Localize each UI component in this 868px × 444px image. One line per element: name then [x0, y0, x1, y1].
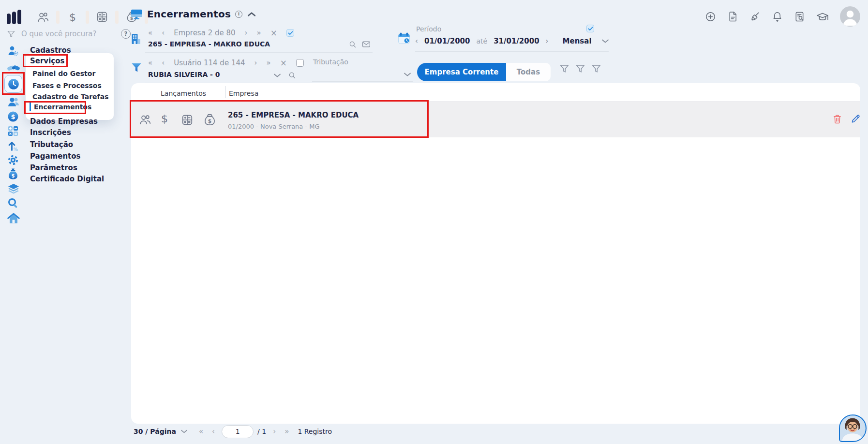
- column-divider: [225, 86, 226, 98]
- edit-icon[interactable]: [851, 114, 861, 124]
- handshake-icon[interactable]: [7, 62, 20, 73]
- company-position-label: Empresa 2 de 80: [174, 29, 235, 37]
- search-user-icon[interactable]: [288, 72, 296, 79]
- first-company-button[interactable]: «: [148, 29, 152, 37]
- row-company-title[interactable]: 265 - EMPRESA - MAKRO EDUCA: [228, 111, 359, 119]
- company-nav: « ‹ Empresa 2 de 80 › » × 265 - EMPRESA …: [129, 28, 385, 54]
- broom-icon[interactable]: [749, 11, 761, 22]
- submenu-item-painel-do-gestor[interactable]: Painel do Gestor: [32, 70, 95, 77]
- last-user-button[interactable]: »: [267, 59, 271, 67]
- sidebar-item-dados-empresas[interactable]: Dados Empresas: [30, 117, 98, 126]
- gear-icon[interactable]: [7, 154, 19, 166]
- last-company-button[interactable]: »: [257, 29, 261, 37]
- document-search-icon[interactable]: [794, 11, 805, 22]
- sidebar-search: ?: [7, 27, 129, 41]
- sidebar-item-certificado-digital[interactable]: Certificado Digital: [30, 175, 104, 183]
- filter-icon-1[interactable]: [559, 64, 569, 74]
- per-page-select[interactable]: 30 / Página: [134, 428, 176, 435]
- document-icon[interactable]: [727, 11, 738, 22]
- filter-icon-3[interactable]: [591, 64, 601, 74]
- chat-widget-avatar[interactable]: [839, 414, 867, 442]
- dollar-icon[interactable]: $: [66, 11, 79, 23]
- period-end-date[interactable]: 31/01/2000: [494, 37, 539, 45]
- calculator-icon[interactable]: [7, 125, 19, 137]
- next-period-button[interactable]: ›: [546, 37, 549, 45]
- company-nav-controls: « ‹ Empresa 2 de 80 › » ×: [148, 28, 294, 38]
- company-checkbox-checked[interactable]: [286, 29, 294, 37]
- filter-icon[interactable]: [7, 30, 15, 38]
- calculator-icon[interactable]: [96, 11, 108, 23]
- first-page-button[interactable]: «: [199, 427, 203, 436]
- period-label: Período: [416, 25, 441, 33]
- last-page-button[interactable]: »: [284, 427, 289, 436]
- search-company-icon[interactable]: [349, 41, 357, 48]
- submenu-item-encerramentos[interactable]: Encerramentos: [34, 103, 91, 111]
- results-card: Lançamentos Empresa $ 265 - EMPRESA - MA…: [131, 83, 860, 424]
- scope-toggle: Empresa Corrente Todas: [417, 63, 551, 81]
- money-bag-icon[interactable]: [204, 113, 216, 126]
- collapse-icon[interactable]: [248, 12, 255, 16]
- chevron-down-icon[interactable]: [404, 73, 411, 76]
- record-count-label: 1 Registro: [298, 428, 332, 435]
- prev-period-button[interactable]: ‹: [415, 37, 418, 45]
- sidebar-item-tributacao[interactable]: Tributação: [30, 140, 73, 149]
- current-page-input[interactable]: 1: [222, 425, 254, 438]
- sidebar-item-cadastros[interactable]: Cadastros: [30, 46, 71, 55]
- filter-icon-2[interactable]: [575, 64, 585, 74]
- next-user-button[interactable]: ›: [254, 59, 257, 67]
- people-icon[interactable]: [37, 11, 49, 23]
- chevron-down-icon[interactable]: [274, 74, 281, 77]
- people-icon[interactable]: [139, 114, 151, 125]
- sidebar-item-servicos[interactable]: Serviços: [30, 57, 64, 65]
- clear-company-button[interactable]: ×: [270, 28, 277, 38]
- mail-icon[interactable]: [362, 41, 371, 48]
- user-gear-icon[interactable]: [7, 44, 19, 57]
- next-page-button[interactable]: ›: [273, 427, 276, 436]
- chevron-down-icon[interactable]: [602, 39, 609, 43]
- building-icon: [130, 32, 141, 45]
- user-value[interactable]: RUBIA SILVEIRA - 0: [148, 71, 220, 78]
- submenu-item-fases-e-processos[interactable]: Fases e Processos: [32, 82, 102, 89]
- app-logo[interactable]: [7, 10, 23, 24]
- info-icon[interactable]: i: [235, 11, 242, 18]
- layers-icon[interactable]: [7, 183, 20, 194]
- period-start-date[interactable]: 01/01/2000: [424, 37, 470, 45]
- sidebar-item-servicos-active[interactable]: [4, 75, 22, 93]
- total-pages-label: / 1: [257, 428, 266, 435]
- users-icon[interactable]: [7, 96, 20, 107]
- empresa-corrente-button[interactable]: Empresa Corrente: [417, 63, 506, 81]
- sidebar-item-parametros[interactable]: Parâmetros: [30, 163, 77, 172]
- submenu-item-cadastro-de-tarefas[interactable]: Cadastro de Tarefas: [32, 93, 108, 101]
- home-icon[interactable]: [7, 213, 20, 224]
- period-checkbox-checked[interactable]: [586, 25, 594, 32]
- company-value[interactable]: 265 - EMPRESA - MAKRO EDUCA: [148, 40, 270, 48]
- next-company-button[interactable]: ›: [245, 29, 248, 37]
- user-checkbox-unchecked[interactable]: [296, 59, 304, 67]
- money-bag-icon[interactable]: [7, 168, 19, 180]
- search-icon[interactable]: [7, 197, 19, 209]
- period-mode-select[interactable]: Mensal: [563, 37, 592, 45]
- filter-buttons: [556, 64, 604, 74]
- percent-up-icon[interactable]: [7, 139, 18, 152]
- chevron-down-icon[interactable]: [181, 429, 187, 433]
- graduation-cap-icon[interactable]: [816, 11, 829, 22]
- filter-funnel-icon: [131, 62, 142, 74]
- first-user-button[interactable]: «: [148, 59, 152, 67]
- user-avatar[interactable]: [840, 6, 860, 27]
- prev-page-button[interactable]: ‹: [212, 427, 215, 436]
- dollar-icon[interactable]: $: [161, 113, 168, 125]
- delete-icon[interactable]: [833, 114, 842, 124]
- tributacao-dropdown[interactable]: Tributação: [312, 57, 414, 82]
- prev-company-button[interactable]: ‹: [162, 29, 165, 37]
- table-row[interactable]: $ 265 - EMPRESA - MAKRO EDUCA 01/2000 - …: [131, 102, 860, 137]
- calculator-icon[interactable]: [181, 114, 193, 126]
- prev-user-button[interactable]: ‹: [162, 59, 165, 67]
- todas-button[interactable]: Todas: [506, 63, 551, 81]
- sidebar-item-pagamentos[interactable]: Pagamentos: [30, 152, 80, 161]
- bell-icon[interactable]: [772, 11, 783, 22]
- clear-user-button[interactable]: ×: [280, 58, 287, 68]
- search-input[interactable]: [20, 29, 116, 39]
- dollar-circle-icon[interactable]: [7, 111, 19, 122]
- sidebar-item-inscricoes[interactable]: Inscrições: [30, 128, 71, 137]
- plus-circle-icon[interactable]: [705, 11, 716, 22]
